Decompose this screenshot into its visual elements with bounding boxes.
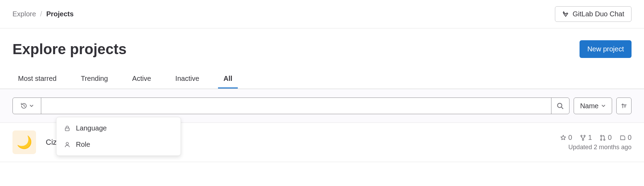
tabs: Most starred Trending Active Inactive Al… (0, 70, 644, 89)
tab-inactive[interactable]: Inactive (170, 70, 205, 88)
project-avatar: 🌙 (12, 130, 36, 154)
chevron-down-icon (601, 104, 606, 108)
stat-stars[interactable]: 0 (560, 134, 572, 142)
new-project-button[interactable]: New project (580, 40, 632, 58)
user-icon (64, 142, 71, 148)
svg-point-8 (603, 139, 605, 140)
sort-label: Name (580, 102, 599, 110)
tab-trending[interactable]: Trending (75, 70, 113, 88)
svg-point-6 (600, 135, 602, 136)
breadcrumb-separator: / (40, 10, 42, 18)
fork-icon (580, 135, 586, 141)
search-submit[interactable] (551, 98, 569, 114)
search-input[interactable] (41, 98, 551, 114)
breadcrumb: Explore / Projects (12, 10, 73, 18)
filter-option-label: Role (76, 141, 90, 149)
svg-point-3 (581, 135, 582, 136)
search-icon (557, 102, 564, 109)
sort-direction-button[interactable] (616, 98, 632, 114)
stat-merge-requests[interactable]: 0 (600, 134, 612, 142)
sort-direction-icon (621, 103, 627, 109)
tab-active[interactable]: Active (127, 70, 156, 88)
history-icon (20, 102, 27, 109)
project-stats: 0 1 0 (560, 134, 632, 142)
star-icon (560, 135, 566, 141)
filter-option-label: Language (76, 124, 107, 132)
project-name: Ciz (46, 138, 57, 147)
stat-issues[interactable]: 0 (619, 134, 632, 142)
breadcrumb-current: Projects (46, 10, 73, 18)
project-updated: Updated 2 months ago (560, 144, 632, 151)
svg-point-5 (582, 139, 584, 140)
svg-point-2 (66, 142, 69, 145)
svg-point-7 (600, 139, 602, 140)
gitlab-duo-chat-label: GitLab Duo Chat (573, 10, 624, 18)
tab-all[interactable]: All (218, 70, 238, 88)
filter-token-dropdown: Language Role (56, 117, 181, 156)
tab-most-starred[interactable]: Most starred (12, 70, 62, 88)
merge-request-icon (600, 135, 606, 141)
lock-icon (64, 125, 71, 132)
sort-dropdown[interactable]: Name (574, 98, 612, 114)
tanuki-ai-icon (562, 11, 569, 18)
stat-forks[interactable]: 1 (580, 134, 592, 142)
svg-rect-1 (65, 128, 69, 130)
search-history-dropdown[interactable] (13, 98, 41, 114)
page-title: Explore projects (12, 41, 127, 58)
gitlab-duo-chat-button[interactable]: GitLab Duo Chat (555, 6, 632, 22)
breadcrumb-root[interactable]: Explore (12, 10, 36, 18)
filter-option-role[interactable]: Role (56, 136, 181, 153)
filter-option-language[interactable]: Language (56, 120, 181, 136)
svg-point-4 (584, 135, 585, 136)
chevron-down-icon (29, 104, 34, 108)
search-filter-box (12, 98, 569, 114)
issues-icon (619, 135, 626, 141)
